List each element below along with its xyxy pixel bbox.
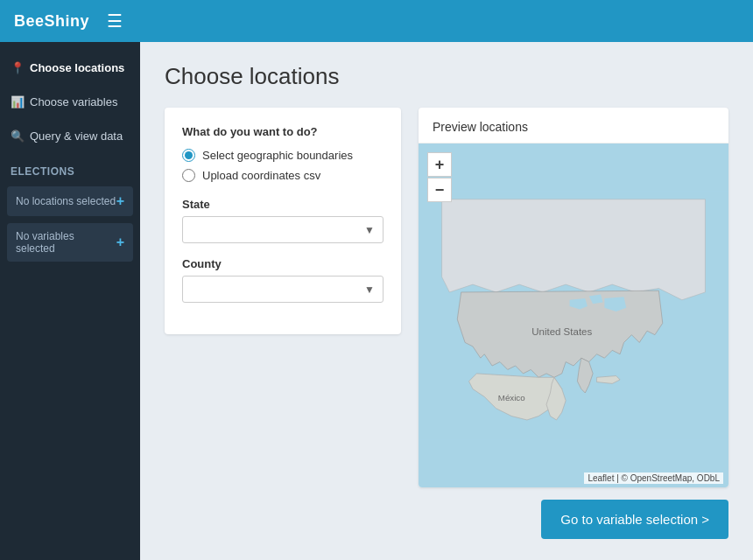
sidebar-item-query-view-data[interactable]: 🔍 Query & view data: [0, 119, 140, 153]
state-select[interactable]: Alabama Alaska Arizona California Colora…: [182, 216, 384, 243]
zoom-in-button[interactable]: +: [427, 152, 452, 177]
us-label: United States: [531, 326, 592, 337]
county-label: County: [182, 257, 384, 270]
variables-selection[interactable]: No variables selected +: [7, 223, 133, 262]
variables-icon: 📊: [11, 95, 25, 108]
panel-question: What do you want to do?: [182, 125, 384, 138]
page-title: Choose locations: [165, 63, 728, 90]
sidebar: 📍 Choose locations 📊 Choose variables 🔍 …: [0, 42, 140, 560]
sidebar-item-choose-locations[interactable]: 📍 Choose locations: [0, 51, 140, 85]
go-to-variable-selection-button[interactable]: Go to variable selection >: [541, 500, 728, 539]
radio-select-geographic[interactable]: [182, 149, 195, 162]
main-layout: 📍 Choose locations 📊 Choose variables 🔍 …: [0, 42, 753, 560]
map-panel: Preview locations: [419, 108, 728, 487]
bottom-nav: Go to variable selection >: [165, 500, 728, 539]
option-upload-csv[interactable]: Upload coordinates csv: [182, 169, 384, 182]
sidebar-item-choose-variables[interactable]: 📊 Choose variables: [0, 85, 140, 119]
content-area: Choose locations What do you want to do?…: [140, 42, 753, 560]
option-select-geographic-label: Select geographic boundaries: [202, 149, 353, 162]
map-controls: + −: [427, 152, 452, 202]
sidebar-item-label: Query & view data: [30, 130, 123, 143]
radio-upload-csv[interactable]: [182, 169, 195, 182]
mexico-label: México: [498, 393, 525, 402]
map-container[interactable]: United States México + − Leaflet | © Ope…: [419, 144, 728, 487]
sidebar-item-label: Choose variables: [30, 95, 117, 108]
state-label: State: [182, 198, 384, 211]
map-svg: United States México: [419, 144, 728, 487]
county-select-wrapper: ▼: [182, 276, 384, 303]
location-icon: 📍: [11, 61, 25, 74]
locations-add-icon[interactable]: +: [116, 193, 124, 209]
sidebar-item-label: Choose locations: [30, 61, 124, 74]
left-panel: What do you want to do? Select geographi…: [165, 108, 401, 334]
map-title: Preview locations: [419, 108, 728, 144]
variables-add-icon[interactable]: +: [116, 234, 124, 250]
radio-group: Select geographic boundaries Upload coor…: [182, 149, 384, 182]
topnav: BeeShiny ☰: [0, 0, 753, 42]
variables-selection-label: No variables selected: [16, 230, 116, 255]
map-attribution: Leaflet | © OpenStreetMap, ODbL: [584, 472, 723, 484]
county-select[interactable]: [182, 276, 384, 303]
query-icon: 🔍: [11, 130, 25, 143]
content-body: What do you want to do? Select geographi…: [165, 108, 728, 487]
state-select-wrapper: Alabama Alaska Arizona California Colora…: [182, 216, 384, 243]
zoom-out-button[interactable]: −: [427, 178, 452, 202]
locations-selection[interactable]: No locations selected +: [7, 186, 133, 216]
sidebar-section-label: elections: [0, 153, 140, 183]
option-upload-csv-label: Upload coordinates csv: [202, 169, 320, 182]
hamburger-icon[interactable]: ☰: [107, 10, 123, 32]
locations-selection-label: No locations selected: [16, 195, 116, 207]
option-select-geographic[interactable]: Select geographic boundaries: [182, 149, 384, 162]
brand-logo: BeeShiny: [14, 12, 89, 31]
